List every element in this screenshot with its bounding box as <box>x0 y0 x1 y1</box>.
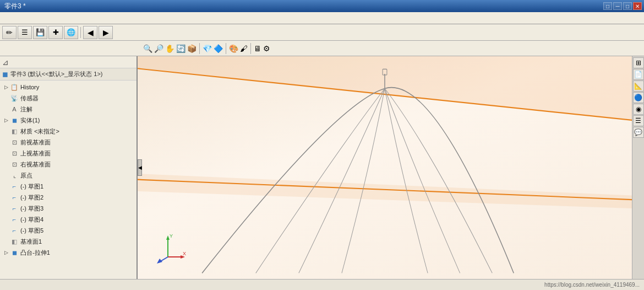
expander-sketch3 <box>2 205 10 212</box>
svg-text:X: X <box>183 251 186 256</box>
rs-btn-7[interactable]: 💬 <box>633 127 644 138</box>
icon-material: ◧ <box>10 127 19 136</box>
splitter-collapse-btn[interactable]: ◀ <box>138 159 142 176</box>
menu-spacer <box>4 15 6 22</box>
list-icon: ☰ <box>21 28 28 36</box>
expander-top <box>2 149 10 157</box>
icon-sketch4: ⌐ <box>10 215 19 224</box>
settings-icon[interactable]: ⚙ <box>263 44 270 53</box>
icon-sketch3: ⌐ <box>10 204 19 213</box>
filter-bar: ⊿ <box>0 56 137 68</box>
expander-annotation <box>2 105 10 113</box>
wireframe-icon[interactable]: 🔷 <box>214 44 223 53</box>
icon-origin: ⌞ <box>10 171 19 180</box>
rs-btn-6[interactable]: ☰ <box>633 115 644 126</box>
icon-solid: ◼ <box>10 116 19 125</box>
toolbar-sep1 <box>80 27 81 38</box>
tree-item-sensor[interactable]: 📡 传感器 <box>0 93 137 104</box>
icon-boss1: ◼ <box>10 248 19 257</box>
root-icon: ◼ <box>2 70 8 78</box>
expander-front <box>2 138 10 146</box>
label-sketch2: (-) 草图2 <box>20 194 43 202</box>
close-button[interactable]: ✕ <box>633 2 642 10</box>
view3d-icon[interactable]: 📦 <box>187 44 197 53</box>
display-icon[interactable]: 💎 <box>203 44 212 53</box>
tree-item-sketch3[interactable]: ⌐ (-) 草图3 <box>0 203 137 214</box>
tree-item-history[interactable]: ▷ 📋 History <box>0 82 137 93</box>
icon-right: ⊡ <box>10 160 19 169</box>
label-sketch4: (-) 草图4 <box>20 216 43 224</box>
label-top: 上视基准面 <box>20 149 51 158</box>
expander-right <box>2 160 10 168</box>
titlebar-buttons: □ ─ □ ✕ <box>603 2 642 10</box>
label-boss1: 凸台-拉伸1 <box>20 249 50 257</box>
toolbar-list-btn[interactable]: ☰ <box>18 26 32 39</box>
icon-front: ⊡ <box>10 138 19 147</box>
toolbar-arrow-left[interactable]: ◀ <box>83 26 97 39</box>
title-label: 零件3 * <box>2 2 26 11</box>
tree-item-material[interactable]: ◧ 材质 <未指定> <box>0 126 137 137</box>
tree-item-sketch2[interactable]: ⌐ (-) 草图2 <box>0 192 137 203</box>
coordinate-axes: Y X <box>154 232 187 265</box>
pan-icon[interactable]: ✋ <box>165 44 174 53</box>
tree-item-right[interactable]: ⊡ 右视基准面 <box>0 159 137 170</box>
tree-item-top[interactable]: ⊡ 上视基准面 <box>0 148 137 159</box>
material-icon[interactable]: 🖌 <box>240 44 248 53</box>
tree-item-sketch4[interactable]: ⌐ (-) 草图4 <box>0 214 137 225</box>
tree-item-baseplane1[interactable]: ◧ 基准面1 <box>0 236 137 247</box>
tree-item-front[interactable]: ⊡ 前视基准面 <box>0 137 137 148</box>
viewport-svg <box>138 56 632 279</box>
rs-btn-5[interactable]: ◉ <box>633 104 644 115</box>
toolbar-arrow-right[interactable]: ▶ <box>99 26 113 39</box>
rotate-icon[interactable]: 🔄 <box>176 44 185 53</box>
color-icon[interactable]: 🎨 <box>229 44 238 53</box>
expander-sensor <box>2 94 10 102</box>
label-baseplane1: 基准面1 <box>20 238 42 246</box>
maximize-button[interactable]: □ <box>623 2 632 10</box>
minimize-button[interactable]: ─ <box>613 2 622 10</box>
label-solid: 实体(1) <box>20 116 40 125</box>
expander-boss1: ▷ <box>2 249 10 256</box>
expander-sketch2 <box>2 194 10 201</box>
statusbar: https://blog.csdn.net/weixin_4119469... <box>0 279 644 290</box>
tree-item-boss1[interactable]: ▷ ◼ 凸台-拉伸1 <box>0 247 137 258</box>
monitor-icon[interactable]: 🖥 <box>254 44 261 53</box>
toolbar-globe-btn[interactable]: 🌐 <box>64 26 78 39</box>
rs-btn-4[interactable]: 🔵 <box>633 92 644 103</box>
toolbar-primary: ✏ ☰ 💾 ✚ 🌐 ◀ ▶ <box>0 24 644 41</box>
restore-button[interactable]: □ <box>603 2 612 10</box>
icon-baseplane1: ◧ <box>10 237 19 246</box>
rs-btn-1[interactable]: ⊞ <box>633 57 644 68</box>
toolbar-sketch-btn[interactable]: ✏ <box>2 26 17 39</box>
sep4 <box>250 43 251 54</box>
tree-item-sketch1[interactable]: ⌐ (-) 草图1 <box>0 181 137 192</box>
statusbar-url: https://blog.csdn.net/weixin_4119469... <box>544 282 640 288</box>
zoom-area-icon[interactable]: 🔎 <box>154 44 163 53</box>
expander-sketch5 <box>2 227 10 234</box>
toolbar-save-btn[interactable]: 💾 <box>33 26 47 39</box>
label-annotation: 注解 <box>20 105 32 114</box>
3d-viewport[interactable]: Y X <box>138 56 632 279</box>
tree-item-solid[interactable]: ▷ ◼ 实体(1) <box>0 115 137 126</box>
rs-btn-2[interactable]: 📄 <box>633 69 644 80</box>
root-label: 零件3 (默认<<默认>_显示状态 1>) <box>10 70 103 78</box>
menubar <box>0 12 644 24</box>
expander-history: ▷ <box>2 83 10 91</box>
sep2 <box>199 43 200 54</box>
rs-btn-3[interactable]: 📐 <box>633 80 644 92</box>
filter-icon[interactable]: ⊿ <box>2 58 9 67</box>
toolbar-secondary: 🔍 🔎 ✋ 🔄 📦 💎 🔷 🎨 🖌 🖥 ⚙ <box>0 41 644 56</box>
label-sketch3: (-) 草图3 <box>20 205 43 213</box>
tree-item-origin[interactable]: ⌞ 原点 <box>0 170 137 181</box>
icon-sketch1: ⌐ <box>10 182 19 191</box>
zoom-icon[interactable]: 🔍 <box>143 44 152 53</box>
label-sketch1: (-) 草图1 <box>20 182 43 191</box>
tree-item-sketch5[interactable]: ⌐ (-) 草图5 <box>0 225 137 236</box>
tree-item-annotation[interactable]: A 注解 <box>0 104 137 115</box>
expander-solid: ▷ <box>2 116 10 124</box>
sketch-icon: ✏ <box>6 28 13 37</box>
svg-marker-13 <box>157 259 162 264</box>
toolbar-add-btn[interactable]: ✚ <box>48 26 63 39</box>
add-icon: ✚ <box>53 28 59 36</box>
tree-root-header: ◼ 零件3 (默认<<默认>_显示状态 1>) <box>0 68 137 80</box>
